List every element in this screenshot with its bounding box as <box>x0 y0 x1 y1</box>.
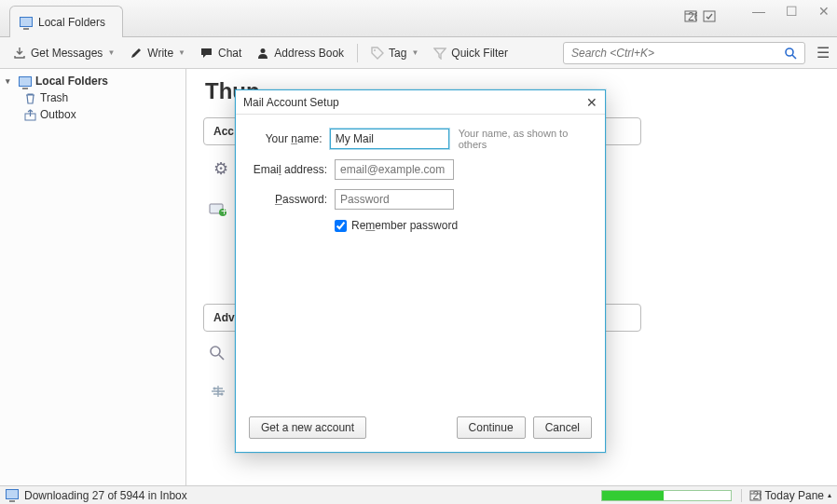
toolbar-divider <box>357 44 358 62</box>
filters-icon <box>209 384 233 399</box>
get-messages-button[interactable]: Get Messages ▼ <box>7 43 120 63</box>
minimize-button[interactable]: — <box>752 4 765 19</box>
folder-tree: ▾ Local Folders Trash Outbox <box>0 69 186 485</box>
your-name-hint: Your name, as shown to others <box>459 128 590 150</box>
search-icon <box>209 345 233 361</box>
mail-account-setup-dialog: Mail Account Setup ✕ Your name: Your nam… <box>235 89 606 453</box>
tab-local-folders[interactable]: Local Folders <box>9 6 123 37</box>
activity-icon[interactable] <box>6 489 19 502</box>
calendar-icon: 26 <box>749 489 762 501</box>
dialog-title: Mail Account Setup <box>243 96 339 109</box>
calendar-icon[interactable]: 26 <box>684 9 697 22</box>
password-input[interactable] <box>335 189 454 210</box>
chat-button[interactable]: Chat <box>195 43 247 63</box>
tree-item-outbox[interactable]: Outbox <box>0 106 185 123</box>
pencil-icon <box>130 47 143 60</box>
window-titlebar: Local Folders 26 — ☐ ✕ <box>0 0 837 37</box>
svg-text:26: 26 <box>752 489 762 501</box>
get-new-account-button[interactable]: Get a new account <box>249 416 366 439</box>
search-input[interactable] <box>571 47 784 60</box>
address-book-button[interactable]: Address Book <box>251 43 350 63</box>
your-name-input[interactable] <box>330 129 449 149</box>
write-button[interactable]: Write ▼ <box>124 43 191 63</box>
svg-point-16 <box>217 390 220 393</box>
email-input[interactable] <box>335 159 454 180</box>
person-icon <box>256 47 269 60</box>
chat-icon <box>200 47 213 60</box>
svg-point-4 <box>261 48 266 53</box>
tag-button[interactable]: Tag ▼ <box>365 43 424 63</box>
new-account-icon: + <box>209 201 233 216</box>
svg-line-7 <box>792 55 796 59</box>
search-box[interactable] <box>563 42 805 64</box>
svg-point-15 <box>221 393 224 396</box>
remember-password-label: Remember password <box>351 219 458 232</box>
cancel-button[interactable]: Cancel <box>533 416 592 439</box>
outbox-icon <box>24 109 36 121</box>
svg-point-12 <box>211 347 220 356</box>
tag-icon <box>371 47 384 60</box>
tasks-icon[interactable] <box>703 9 716 22</box>
today-pane-toggle[interactable]: 26 Today Pane ▴ <box>741 489 831 502</box>
maximize-button[interactable]: ☐ <box>786 4 798 19</box>
dialog-titlebar: Mail Account Setup ✕ <box>236 90 605 115</box>
tree-root-local-folders[interactable]: ▾ Local Folders <box>0 73 185 89</box>
email-label: Email address: <box>251 163 327 176</box>
password-label: Password: <box>251 193 327 206</box>
twisty-down-icon[interactable]: ▾ <box>6 76 15 86</box>
trash-icon <box>24 92 36 104</box>
chevron-down-icon: ▼ <box>107 48 115 57</box>
svg-line-13 <box>219 355 224 360</box>
progress-bar <box>601 490 732 501</box>
monitor-icon <box>19 76 32 87</box>
download-icon <box>13 47 26 60</box>
svg-point-14 <box>213 388 216 390</box>
svg-point-5 <box>374 49 376 51</box>
quick-filter-button[interactable]: Quick Filter <box>428 43 514 63</box>
chevron-up-icon: ▴ <box>828 491 831 499</box>
chevron-down-icon: ▼ <box>178 48 185 57</box>
continue-button[interactable]: Continue <box>457 416 526 439</box>
gear-icon: ⚙ <box>209 158 233 179</box>
filter-icon <box>433 47 446 60</box>
chevron-down-icon: ▼ <box>411 48 418 57</box>
status-bar: Downloading 27 of 5944 in Inbox 26 Today… <box>0 485 837 504</box>
main-toolbar: Get Messages ▼ Write ▼ Chat Address Book… <box>0 37 837 69</box>
your-name-label: Your name: <box>251 132 322 145</box>
tab-label: Local Folders <box>38 16 105 29</box>
status-text: Downloading 27 of 5944 in Inbox <box>24 489 187 502</box>
close-button[interactable]: ✕ <box>818 4 830 19</box>
search-icon[interactable] <box>784 47 797 60</box>
hamburger-menu-icon[interactable]: ☰ <box>816 44 830 61</box>
svg-text:26: 26 <box>688 10 697 22</box>
svg-text:+: + <box>221 205 227 216</box>
close-icon[interactable]: ✕ <box>586 95 597 110</box>
tree-item-trash[interactable]: Trash <box>0 89 185 106</box>
remember-password-checkbox[interactable] <box>335 220 347 232</box>
monitor-icon <box>20 17 33 27</box>
svg-point-6 <box>786 48 793 56</box>
svg-rect-3 <box>704 11 715 21</box>
